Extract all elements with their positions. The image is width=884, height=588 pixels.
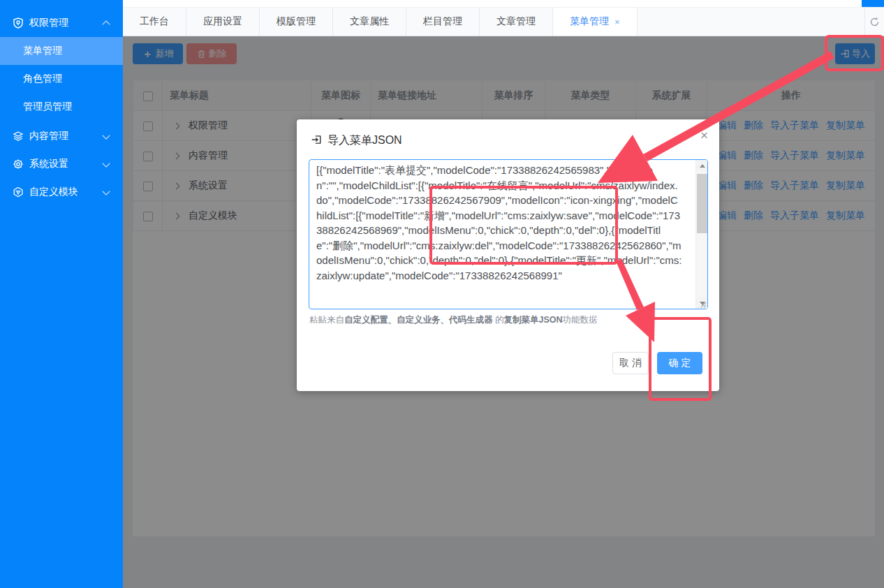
- hint-bold: 复制菜单JSON: [503, 315, 562, 325]
- layers-icon: [13, 131, 24, 142]
- sidebar: 权限管理 菜单管理 角色管理 管理员管理 内容管理 系统设置 自定义模块: [0, 0, 123, 588]
- topbar-blue-fragment: [862, 0, 884, 7]
- hint-text: 粘贴来自: [309, 315, 344, 325]
- sidebar-item-label: 自定义模块: [29, 186, 78, 198]
- sidebar-subitem-label: 管理员管理: [23, 101, 72, 113]
- cancel-button[interactable]: 取 消: [612, 352, 649, 374]
- tab-label: 文章管理: [496, 15, 536, 28]
- tab-bar: 工作台 应用设置 模版管理 文章属性 栏目管理 文章管理 菜单管理 ×: [123, 7, 884, 36]
- tab-close-icon[interactable]: ×: [614, 17, 620, 27]
- close-icon[interactable]: ×: [700, 128, 708, 143]
- hint-text: 功能数据: [563, 315, 598, 325]
- sidebar-item-label: 内容管理: [29, 130, 68, 142]
- json-textarea-value: [{"modelTitle":"表单提交","modelCode":"17338…: [309, 160, 695, 309]
- resize-grip-icon[interactable]: [700, 301, 707, 308]
- chevron-down-icon: [102, 131, 110, 139]
- chevron-up-icon: [102, 20, 110, 28]
- sidebar-item-custom-module[interactable]: 自定义模块: [0, 178, 123, 206]
- sidebar-item-permission[interactable]: 权限管理: [0, 9, 123, 37]
- sidebar-item-system-settings[interactable]: 系统设置: [0, 150, 123, 178]
- tab-article-attributes[interactable]: 文章属性: [333, 8, 406, 36]
- textarea-scrollbar[interactable]: [695, 160, 707, 309]
- chevron-down-icon: [102, 159, 110, 167]
- tab-label: 模版管理: [277, 15, 316, 28]
- tab-template-management[interactable]: 模版管理: [260, 8, 333, 36]
- refresh-icon: [869, 17, 880, 27]
- tab-label: 文章属性: [350, 15, 389, 28]
- import-icon: [311, 134, 322, 145]
- shield-icon: [13, 17, 24, 29]
- sidebar-item-label: 系统设置: [29, 158, 68, 170]
- tab-workbench[interactable]: 工作台: [123, 8, 186, 36]
- sidebar-item-label: 权限管理: [29, 17, 68, 29]
- sidebar-item-role-management[interactable]: 角色管理: [0, 65, 123, 93]
- tab-menu-management[interactable]: 菜单管理 ×: [553, 8, 638, 36]
- dialog-hint: 粘贴来自自定义配置、自定义业务、代码生成器 的复制菜单JSON功能数据: [309, 314, 598, 326]
- sidebar-subitem-label: 角色管理: [23, 73, 62, 85]
- tab-app-settings[interactable]: 应用设置: [186, 8, 260, 36]
- sidebar-item-content[interactable]: 内容管理: [0, 122, 123, 150]
- top-strip: [123, 0, 884, 7]
- hint-text: 的: [493, 315, 504, 325]
- json-textarea[interactable]: [{"modelTitle":"表单提交","modelCode":"17338…: [309, 159, 708, 309]
- tab-label: 工作台: [140, 15, 169, 28]
- import-json-dialog: 导入菜单JSON × [{"modelTitle":"表单提交","modelC…: [297, 119, 719, 391]
- tab-column-management[interactable]: 栏目管理: [406, 8, 480, 36]
- sidebar-subitem-label: 菜单管理: [23, 45, 62, 57]
- refresh-button[interactable]: [864, 7, 884, 36]
- chevron-down-icon: [102, 187, 110, 195]
- tab-label: 菜单管理: [570, 15, 609, 28]
- module-icon: [13, 186, 24, 198]
- scrollbar-thumb[interactable]: [697, 174, 707, 233]
- gear-icon: [13, 159, 24, 170]
- sidebar-item-menu-management[interactable]: 菜单管理: [0, 37, 123, 65]
- confirm-button[interactable]: 确 定: [657, 352, 702, 374]
- scroll-up-button[interactable]: [696, 160, 708, 171]
- sidebar-item-admin-management[interactable]: 管理员管理: [0, 93, 123, 121]
- hint-bold: 自定义配置、自定义业务、代码生成器: [344, 315, 493, 325]
- tab-label: 栏目管理: [423, 15, 462, 28]
- dialog-title: 导入菜单JSON: [327, 133, 402, 148]
- tab-label: 应用设置: [203, 15, 242, 28]
- tab-article-management[interactable]: 文章管理: [480, 8, 553, 36]
